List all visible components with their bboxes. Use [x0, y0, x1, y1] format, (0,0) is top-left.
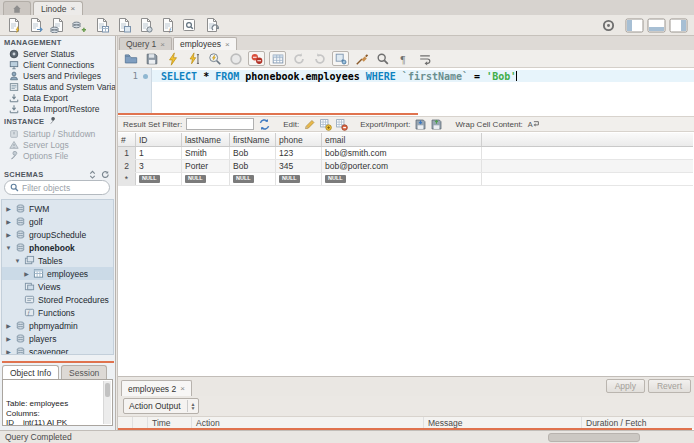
tab-close-icon[interactable]: ×: [180, 384, 185, 393]
collapse-all-icon[interactable]: [88, 170, 97, 179]
find-button[interactable]: [374, 51, 391, 66]
tree-node-golf[interactable]: ▶golf: [2, 215, 113, 228]
search-data-button[interactable]: [178, 16, 200, 35]
import-records-icon[interactable]: [430, 118, 443, 131]
sidebar-item-options-file[interactable]: Options File: [0, 150, 115, 161]
cell[interactable]: 3: [136, 160, 182, 172]
stop-button[interactable]: [227, 51, 244, 66]
cell[interactable]: 1: [136, 147, 182, 159]
sidebar-item-data-import-restore[interactable]: Data Import/Restore: [0, 103, 115, 114]
grid-header-cell[interactable]: phone: [276, 133, 322, 146]
expander-icon[interactable]: ▶: [5, 348, 12, 355]
toggle-autocommit-button[interactable]: [332, 51, 349, 66]
create-procedure-button[interactable]: [134, 16, 156, 35]
tab-session[interactable]: Session: [61, 365, 107, 379]
sql-editor[interactable]: 1 SELECT * FROM phonebook.employees WHER…: [118, 68, 694, 113]
settings-icon[interactable]: [602, 19, 615, 32]
tab-close-icon[interactable]: ×: [225, 40, 230, 49]
tree-node-groupschedule[interactable]: ▶groupSchedule: [2, 228, 113, 241]
cell[interactable]: NULL: [182, 173, 230, 185]
tree-node-stored-procedures[interactable]: Stored Procedures: [2, 293, 113, 306]
tree-node-employees[interactable]: ▶employees: [2, 267, 113, 280]
tree-node-functions[interactable]: fFunctions: [2, 306, 113, 319]
schema-filter-input[interactable]: [22, 183, 104, 193]
cell[interactable]: Smith: [182, 147, 230, 159]
expander-icon[interactable]: ▶: [5, 231, 12, 238]
cell[interactable]: bob@porter.com: [322, 160, 482, 172]
execute-current-button[interactable]: [185, 51, 202, 66]
sidebar-item-startup-shutdown[interactable]: Startup / Shutdown: [0, 128, 115, 139]
null-row[interactable]: *NULLNULLNULLNULLNULL: [118, 173, 693, 186]
home-tab[interactable]: [3, 1, 31, 15]
apply-button[interactable]: Apply: [606, 379, 645, 393]
tree-node-fwm[interactable]: ▶FWM: [2, 202, 113, 215]
sql-statement[interactable]: SELECT * FROM phonebook.employees WHERE …: [161, 71, 517, 82]
cell[interactable]: bob@smith.com: [322, 147, 482, 159]
toggle-stop-on-error-button[interactable]: [248, 51, 265, 66]
new-connection-button[interactable]: [46, 16, 68, 35]
limit-rows-button[interactable]: [269, 51, 286, 66]
grid-header-cell[interactable]: lastName: [182, 133, 230, 146]
table-row[interactable]: 23PorterBob345bob@porter.com: [118, 160, 693, 173]
expander-icon[interactable]: ▼: [5, 245, 12, 251]
horizontal-scrollbar[interactable]: [548, 433, 640, 442]
save-script-button[interactable]: [143, 51, 160, 66]
tree-node-views[interactable]: Views: [2, 280, 113, 293]
open-script-button[interactable]: [122, 51, 139, 66]
info-scrollbar[interactable]: [103, 381, 111, 424]
refresh-icon[interactable]: [258, 118, 271, 131]
edit-record-icon[interactable]: [303, 118, 316, 131]
toggle-right-panel-button[interactable]: [669, 18, 688, 33]
cell[interactable]: NULL: [136, 173, 182, 185]
cell[interactable]: 345: [276, 160, 322, 172]
cell[interactable]: 123: [276, 147, 322, 159]
result-set-tab[interactable]: employees 2 ×: [121, 380, 192, 396]
add-record-icon[interactable]: [319, 118, 332, 131]
cell[interactable]: NULL: [230, 173, 276, 185]
expander-icon[interactable]: ▶: [5, 218, 12, 225]
expander-icon[interactable]: ▼: [14, 258, 21, 264]
beautify-button[interactable]: [353, 51, 370, 66]
grid-header-cell[interactable]: ID: [136, 133, 182, 146]
reconnect-button[interactable]: [200, 16, 222, 35]
cell[interactable]: NULL: [322, 173, 482, 185]
row-number-cell[interactable]: 2: [118, 160, 136, 172]
tab-object-info[interactable]: Object Info: [2, 365, 59, 379]
expander-icon[interactable]: ▶: [5, 335, 12, 342]
sidebar-item-server-logs[interactable]: Server Logs: [0, 139, 115, 150]
tree-node-scavenger[interactable]: ▶scavenger: [2, 345, 113, 355]
create-table-button[interactable]: [90, 16, 112, 35]
rollback-button[interactable]: [311, 51, 328, 66]
tree-node-players[interactable]: ▶players: [2, 332, 113, 345]
row-number-cell[interactable]: 1: [118, 147, 136, 159]
delete-record-icon[interactable]: [335, 118, 348, 131]
connection-tab[interactable]: Linode ×: [33, 1, 83, 15]
export-recordset-icon[interactable]: [414, 118, 427, 131]
cell[interactable]: Porter: [182, 160, 230, 172]
cell[interactable]: NULL: [276, 173, 322, 185]
query-tab-employees[interactable]: employees×: [173, 37, 237, 50]
execute-button[interactable]: [164, 51, 181, 66]
cell[interactable]: Bob: [230, 147, 276, 159]
result-filter-input[interactable]: [186, 118, 254, 130]
row-number-cell[interactable]: *: [118, 173, 136, 185]
open-sql-script-button[interactable]: [24, 16, 46, 35]
table-row[interactable]: 11SmithBob123bob@smith.com: [118, 147, 693, 160]
tab-close-icon[interactable]: ×: [160, 40, 165, 49]
commit-button[interactable]: [290, 51, 307, 66]
sidebar-item-client-connections[interactable]: Client Connections: [0, 59, 115, 70]
grid-header-cell[interactable]: email: [322, 133, 482, 146]
create-view-button[interactable]: [112, 16, 134, 35]
expander-icon[interactable]: ▶: [5, 205, 12, 212]
sidebar-item-users-and-privileges[interactable]: Users and Privileges: [0, 70, 115, 81]
tree-node-phonebook[interactable]: ▼phonebook: [2, 241, 113, 254]
wrap-cell-content-icon[interactable]: A: [527, 118, 540, 131]
output-type-select[interactable]: Action Output ▲▼: [123, 398, 199, 414]
grid-header-cell[interactable]: #: [118, 133, 136, 146]
toggle-left-panel-button[interactable]: [625, 18, 644, 33]
new-sql-tab-button[interactable]: [2, 16, 24, 35]
query-tab-query-1[interactable]: Query 1×: [119, 37, 172, 50]
refresh-schemas-icon[interactable]: [101, 170, 110, 179]
invisible-characters-button[interactable]: ¶: [395, 51, 412, 66]
sidebar-item-server-status[interactable]: Server Status: [0, 48, 115, 59]
